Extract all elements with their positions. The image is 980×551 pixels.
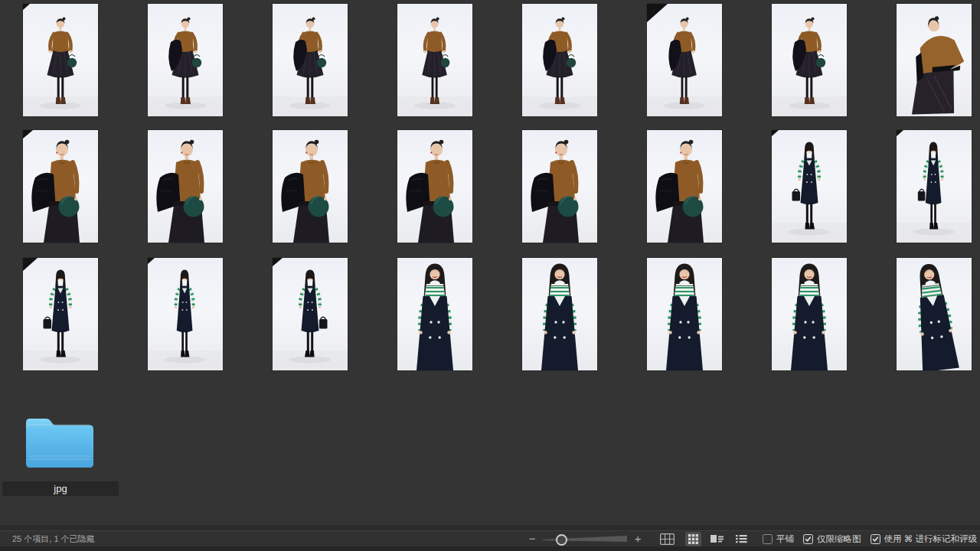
photo-figure bbox=[897, 130, 972, 243]
photo-thumbnail[interactable] bbox=[148, 130, 223, 243]
photo-thumbnail[interactable] bbox=[772, 258, 847, 370]
option-checkboxes: 平铺仅限缩略图使用 ⌘ 进行标记和评级 bbox=[763, 533, 977, 545]
photo-thumbnail[interactable] bbox=[647, 4, 722, 116]
photo-figure bbox=[148, 130, 223, 243]
photo-figure bbox=[647, 130, 722, 243]
photo-figure bbox=[273, 258, 348, 370]
grid-outline-icon[interactable] bbox=[657, 531, 678, 547]
photo-figure bbox=[897, 4, 972, 116]
photo-figure bbox=[522, 258, 597, 370]
folder-name-label[interactable]: jpg bbox=[2, 481, 119, 496]
checkbox-tile-box[interactable] bbox=[763, 534, 773, 544]
photo-thumbnail[interactable] bbox=[897, 130, 972, 243]
photo-figure bbox=[647, 4, 722, 116]
photo-figure bbox=[397, 4, 472, 116]
checkbox-thumbnails-only-label: 仅限缩略图 bbox=[817, 533, 861, 545]
checkbox-thumbnails-only-box[interactable] bbox=[803, 534, 813, 544]
photo-figure bbox=[397, 258, 472, 370]
grid-view-icon[interactable] bbox=[685, 532, 701, 546]
photo-figure bbox=[772, 4, 847, 116]
browser-window: { "window": { "background": "#343434", "… bbox=[0, 0, 980, 551]
checkbox-tile[interactable]: 平铺 bbox=[763, 533, 794, 545]
statusbar-shadow-band bbox=[0, 525, 980, 530]
folder-item-jpg[interactable]: jpg bbox=[0, 409, 122, 500]
photo-thumbnail[interactable] bbox=[397, 258, 472, 370]
zoom-out-button[interactable]: − bbox=[527, 531, 537, 546]
photo-thumbnail[interactable] bbox=[647, 130, 722, 243]
photo-thumbnail[interactable] bbox=[522, 4, 597, 116]
photo-thumbnail[interactable] bbox=[772, 4, 847, 116]
photo-figure bbox=[522, 130, 597, 243]
slider-handle[interactable] bbox=[556, 534, 567, 546]
photo-thumbnail[interactable] bbox=[273, 130, 348, 243]
photo-thumbnail[interactable] bbox=[397, 130, 472, 243]
photo-thumbnail[interactable] bbox=[23, 4, 98, 116]
folder-icon bbox=[23, 412, 96, 474]
photo-figure bbox=[772, 130, 847, 243]
photo-thumbnail[interactable] bbox=[23, 258, 98, 370]
thumbnail-size-slider[interactable] bbox=[543, 533, 627, 544]
items-count-text: 25 个项目, 1 个已隐藏 bbox=[12, 531, 95, 546]
photo-figure bbox=[273, 4, 348, 116]
photo-thumbnail[interactable] bbox=[148, 4, 223, 116]
photo-figure bbox=[772, 258, 847, 370]
photo-thumbnail[interactable] bbox=[273, 4, 348, 116]
zoom-in-button[interactable]: + bbox=[632, 531, 643, 546]
photo-thumbnail[interactable] bbox=[647, 258, 722, 370]
checkbox-thumbnails-only[interactable]: 仅限缩略图 bbox=[803, 533, 861, 545]
photo-thumbnail[interactable] bbox=[148, 258, 223, 370]
photo-figure bbox=[148, 4, 223, 116]
checkbox-cmd-tagging[interactable]: 使用 ⌘ 进行标记和评级 bbox=[871, 533, 977, 545]
photo-thumbnail[interactable] bbox=[897, 258, 972, 370]
statusbar-controls: − + 平铺仅限缩略图使用 ⌘ 进行标记和评级 bbox=[527, 531, 977, 546]
photo-figure bbox=[397, 130, 472, 243]
photo-thumbnail[interactable] bbox=[23, 130, 98, 243]
photo-thumbnail[interactable] bbox=[772, 130, 847, 243]
photo-thumbnail[interactable] bbox=[273, 258, 348, 370]
photo-thumbnail[interactable] bbox=[522, 258, 597, 370]
photo-thumbnail[interactable] bbox=[522, 130, 597, 243]
photo-figure bbox=[522, 4, 597, 116]
status-bar: 25 个项目, 1 个已隐藏 − + 平铺仅限缩略图使用 ⌘ 进行标记和评级 bbox=[0, 530, 980, 546]
bottom-edge-strip bbox=[0, 546, 980, 551]
photo-figure bbox=[23, 130, 98, 243]
photo-figure bbox=[273, 130, 348, 243]
checkbox-cmd-tagging-box[interactable] bbox=[871, 534, 880, 544]
photo-figure bbox=[23, 258, 98, 370]
photo-figure bbox=[897, 258, 972, 370]
photo-thumbnail[interactable] bbox=[397, 4, 472, 116]
list-view-icon[interactable] bbox=[707, 532, 727, 546]
checkbox-tile-label: 平铺 bbox=[776, 533, 794, 545]
photo-figure bbox=[647, 258, 722, 370]
detail-view-icon[interactable] bbox=[733, 532, 750, 546]
photo-figure bbox=[148, 258, 223, 370]
view-mode-switcher bbox=[685, 532, 750, 546]
photo-thumbnail[interactable] bbox=[897, 4, 972, 116]
photo-figure bbox=[23, 4, 98, 116]
checkbox-cmd-tagging-label: 使用 ⌘ 进行标记和评级 bbox=[884, 533, 977, 545]
